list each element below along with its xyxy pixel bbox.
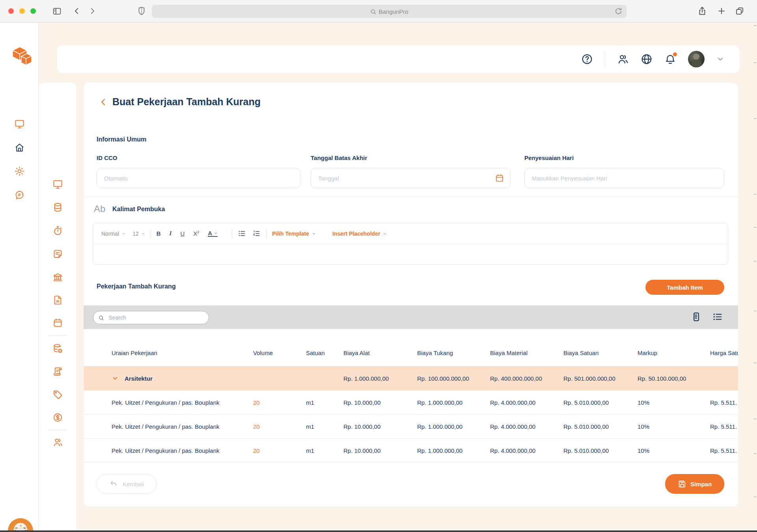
browser-chrome: BangunPro — [0, 0, 757, 22]
table-row[interactable]: Pek. Uitzet / Pengukuran / pas. Bouplank… — [84, 415, 738, 439]
user-avatar-worker[interactable] — [7, 518, 34, 532]
screen: BangunPro — [0, 0, 757, 532]
col-header[interactable]: Biaya Satuan — [563, 350, 638, 356]
scrollbar-tick — [754, 419, 756, 419]
pilih-template-button[interactable]: Pilih Template — [272, 231, 316, 237]
submenu-scroll-icon[interactable] — [49, 363, 66, 380]
underline-button[interactable]: U — [180, 230, 185, 237]
submenu-database-add-icon[interactable] — [49, 340, 66, 357]
scrollbar-tick — [754, 118, 756, 119]
secondary-sidebar — [39, 83, 76, 530]
field-label-penyesuaian-hari: Penyesuaian Hari — [524, 154, 574, 161]
tab-overview-icon[interactable] — [735, 6, 744, 16]
window-minimize-button[interactable] — [19, 8, 25, 14]
search-box[interactable] — [93, 311, 209, 324]
rail-item-chat[interactable] — [11, 186, 28, 203]
language-globe-icon[interactable] — [641, 53, 653, 65]
privacy-shield-icon[interactable] — [136, 6, 147, 16]
submenu-database-icon[interactable] — [49, 199, 66, 216]
cell-markup: 10% — [638, 399, 710, 406]
submenu-bank-icon[interactable] — [49, 268, 66, 286]
submenu-document-icon[interactable] — [49, 291, 66, 309]
id-cco-input[interactable] — [97, 168, 300, 188]
submenu-monitor-icon[interactable] — [49, 175, 66, 193]
bold-button[interactable]: B — [157, 230, 161, 237]
table-row[interactable]: Pek. Uitzet / Pengukuran / pas. Bouplank… — [84, 391, 738, 415]
submenu-timer-icon[interactable] — [49, 222, 66, 239]
cell-biaya-satuan: Rp. 5.010.000,00 — [563, 447, 638, 454]
toolbar-divider — [151, 229, 151, 238]
rail-item-monitor[interactable] — [11, 115, 28, 132]
bullet-list-button[interactable] — [238, 229, 246, 238]
kembali-button[interactable]: Kembali — [97, 474, 157, 494]
submenu-notes-icon[interactable] — [49, 245, 66, 262]
profile-avatar[interactable] — [688, 51, 705, 67]
group-cell: Rp. 501.000.000,00 — [563, 375, 638, 382]
table-row[interactable]: Pek. Uitzet / Pengukuran / pas. Bouplank… — [84, 439, 738, 463]
col-header[interactable]: Biaya Tukang — [417, 350, 490, 356]
team-icon[interactable] — [617, 53, 629, 65]
penyesuaian-hari-input[interactable] — [524, 168, 724, 188]
submenu-calendar-icon[interactable] — [49, 314, 66, 331]
submenu-users-icon[interactable] — [49, 433, 66, 451]
new-tab-icon[interactable] — [717, 6, 726, 16]
search-input[interactable] — [108, 314, 204, 321]
window-close-button[interactable] — [8, 8, 14, 14]
font-size-select[interactable]: 12 — [132, 231, 145, 237]
browser-back-button[interactable] — [73, 7, 81, 15]
cell-biaya-alat: Rp. 10.000,00 — [343, 399, 417, 406]
col-header[interactable]: Satuan — [306, 350, 343, 356]
browser-forward-button[interactable] — [88, 7, 97, 15]
scrollbar-tick — [754, 194, 756, 195]
simpan-button[interactable]: Simpan — [665, 474, 724, 494]
tambah-item-button[interactable]: Tambah Item — [645, 280, 724, 295]
col-header[interactable]: Harga Satuan — [710, 350, 738, 356]
sidebar-divider — [48, 335, 67, 336]
list-view-toggle-icon[interactable] — [712, 311, 723, 322]
rail-item-home[interactable] — [11, 139, 28, 156]
submenu-tag-icon[interactable] — [49, 386, 66, 403]
group-cell: Rp. 100.000.000,00 — [417, 375, 490, 382]
help-icon[interactable] — [581, 53, 593, 65]
cell-biaya-tukang: Rp. 1.000.000,00 — [417, 399, 490, 406]
cell-biaya-tukang: Rp. 1.000.000,00 — [417, 447, 490, 454]
editor-content-area[interactable] — [93, 244, 728, 264]
cell-uraian: Pek. Uitzet / Pengukuran / pas. Bouplank — [112, 423, 253, 430]
notifications-bell-icon[interactable] — [664, 53, 676, 65]
submenu-money-icon[interactable] — [49, 409, 66, 426]
superscript-button[interactable]: X2 — [193, 230, 199, 237]
text-color-button[interactable]: A — [208, 230, 218, 237]
app-logo[interactable] — [9, 44, 32, 71]
col-header[interactable]: Uraian Pekerjaan — [112, 350, 253, 356]
table-group-row[interactable]: Arsitektur Rp. 1.000.000,00 Rp. 100.000.… — [84, 366, 738, 391]
paragraph-style-select[interactable]: Normal — [101, 231, 125, 237]
page-back-button[interactable] — [99, 97, 108, 107]
share-icon[interactable] — [697, 6, 707, 16]
ab-text-icon: Ab — [94, 203, 105, 214]
group-collapse-chevron-icon[interactable] — [112, 375, 119, 382]
numbered-list-button[interactable] — [252, 229, 261, 238]
rail-item-settings[interactable] — [11, 162, 28, 180]
cell-satuan: m1 — [306, 423, 343, 430]
cell-volume: 20 — [253, 423, 306, 430]
calendar-icon[interactable] — [495, 173, 504, 183]
col-header[interactable]: Markup — [638, 350, 710, 356]
address-bar[interactable]: BangunPro — [152, 5, 627, 18]
col-header[interactable]: Volume — [253, 350, 306, 356]
cell-uraian: Pek. Uitzet / Pengukuran / pas. Bouplank — [112, 399, 253, 406]
insert-placeholder-button[interactable]: Insert Placeholder — [332, 231, 387, 237]
italic-button[interactable]: I — [170, 230, 172, 237]
col-header[interactable]: Biaya Material — [490, 350, 563, 356]
window-bottom-edge — [0, 530, 757, 532]
cell-markup: 10% — [638, 423, 710, 430]
card-view-toggle-icon[interactable] — [691, 311, 702, 322]
sidebar-toggle-icon[interactable] — [52, 6, 62, 16]
reload-icon[interactable] — [614, 7, 623, 15]
notification-dot — [673, 52, 677, 56]
rich-text-editor[interactable]: Normal 12 B I U X2 A — [93, 223, 728, 265]
window-zoom-button[interactable] — [30, 8, 36, 14]
tanggal-batas-akhir-input[interactable] — [311, 168, 511, 188]
profile-chevron-down-icon[interactable] — [716, 55, 724, 63]
col-header[interactable]: Biaya Alat — [343, 350, 417, 356]
primary-sidebar — [0, 22, 39, 530]
